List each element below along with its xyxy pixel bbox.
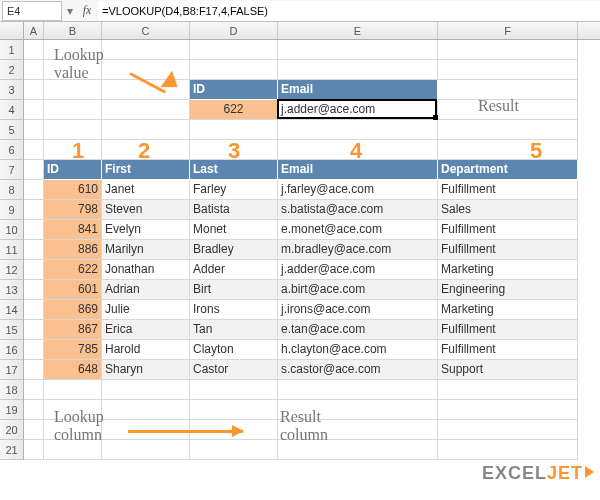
cell-C5[interactable]	[102, 120, 190, 140]
cell-D19[interactable]	[190, 400, 278, 420]
cell-D21[interactable]	[190, 440, 278, 460]
select-all-corner[interactable]	[0, 22, 24, 39]
col-header-B[interactable]: B	[44, 22, 102, 39]
col-header-A[interactable]: A	[24, 22, 44, 39]
cell-A2[interactable]	[24, 60, 44, 80]
cell-A18[interactable]	[24, 380, 44, 400]
row-header-14[interactable]: 14	[0, 300, 24, 320]
cell-C16[interactable]: Harold	[102, 340, 190, 360]
cell-E7[interactable]: Email	[278, 160, 438, 180]
row-header-12[interactable]: 12	[0, 260, 24, 280]
cell-D15[interactable]: Tan	[190, 320, 278, 340]
cell-D5[interactable]	[190, 120, 278, 140]
row-header-15[interactable]: 15	[0, 320, 24, 340]
cell-C10[interactable]: Evelyn	[102, 220, 190, 240]
cell-F18[interactable]	[438, 380, 578, 400]
row-header-16[interactable]: 16	[0, 340, 24, 360]
cell-B12[interactable]: 622	[44, 260, 102, 280]
cell-F1[interactable]	[438, 40, 578, 60]
cell-F15[interactable]: Fulfillment	[438, 320, 578, 340]
cell-E10[interactable]: e.monet@ace.com	[278, 220, 438, 240]
row-header-19[interactable]: 19	[0, 400, 24, 420]
cell-C1[interactable]	[102, 40, 190, 60]
cell-E8[interactable]: j.farley@ace.com	[278, 180, 438, 200]
cell-B10[interactable]: 841	[44, 220, 102, 240]
cell-A13[interactable]	[24, 280, 44, 300]
formula-input[interactable]	[98, 1, 600, 21]
cell-E6[interactable]	[278, 140, 438, 160]
name-box-dropdown-icon[interactable]: ▾	[64, 4, 76, 18]
cell-A10[interactable]	[24, 220, 44, 240]
cell-E3[interactable]: Email	[278, 80, 438, 100]
cell-D10[interactable]: Monet	[190, 220, 278, 240]
cell-B15[interactable]: 867	[44, 320, 102, 340]
cell-D7[interactable]: Last	[190, 160, 278, 180]
cell-C17[interactable]: Sharyn	[102, 360, 190, 380]
row-header-10[interactable]: 10	[0, 220, 24, 240]
cell-A17[interactable]	[24, 360, 44, 380]
cell-A16[interactable]	[24, 340, 44, 360]
row-header-3[interactable]: 3	[0, 80, 24, 100]
row-header-18[interactable]: 18	[0, 380, 24, 400]
cell-C15[interactable]: Erica	[102, 320, 190, 340]
cell-D16[interactable]: Clayton	[190, 340, 278, 360]
cell-D17[interactable]: Castor	[190, 360, 278, 380]
cell-A4[interactable]	[24, 100, 44, 120]
cell-A1[interactable]	[24, 40, 44, 60]
cell-B21[interactable]	[44, 440, 102, 460]
cell-A6[interactable]	[24, 140, 44, 160]
col-header-F[interactable]: F	[438, 22, 578, 39]
cell-E2[interactable]	[278, 60, 438, 80]
row-header-13[interactable]: 13	[0, 280, 24, 300]
insert-function-icon[interactable]	[76, 1, 98, 21]
cell-F8[interactable]: Fulfillment	[438, 180, 578, 200]
cell-B16[interactable]: 785	[44, 340, 102, 360]
cell-B13[interactable]: 601	[44, 280, 102, 300]
cell-B11[interactable]: 886	[44, 240, 102, 260]
cell-F16[interactable]: Fulfillment	[438, 340, 578, 360]
cell-B7[interactable]: ID	[44, 160, 102, 180]
cell-C18[interactable]	[102, 380, 190, 400]
cell-D13[interactable]: Birt	[190, 280, 278, 300]
row-header-17[interactable]: 17	[0, 360, 24, 380]
cell-B20[interactable]	[44, 420, 102, 440]
row-header-6[interactable]: 6	[0, 140, 24, 160]
cell-A9[interactable]	[24, 200, 44, 220]
cell-A14[interactable]	[24, 300, 44, 320]
cell-A21[interactable]	[24, 440, 44, 460]
cell-E5[interactable]	[278, 120, 438, 140]
cell-E16[interactable]: h.clayton@ace.com	[278, 340, 438, 360]
cell-D3[interactable]: ID	[190, 80, 278, 100]
cell-D4[interactable]: 622	[190, 100, 278, 120]
cell-F21[interactable]	[438, 440, 578, 460]
cell-C12[interactable]: Jonathan	[102, 260, 190, 280]
cell-C6[interactable]	[102, 140, 190, 160]
row-header-4[interactable]: 4	[0, 100, 24, 120]
cell-F17[interactable]: Support	[438, 360, 578, 380]
cell-B2[interactable]	[44, 60, 102, 80]
cell-E20[interactable]	[278, 420, 438, 440]
cell-A11[interactable]	[24, 240, 44, 260]
cell-D9[interactable]: Batista	[190, 200, 278, 220]
cell-D14[interactable]: Irons	[190, 300, 278, 320]
cell-E9[interactable]: s.batista@ace.com	[278, 200, 438, 220]
cell-D1[interactable]	[190, 40, 278, 60]
cell-B19[interactable]	[44, 400, 102, 420]
cell-C13[interactable]: Adrian	[102, 280, 190, 300]
cell-E4[interactable]: j.adder@ace.com	[278, 100, 438, 120]
cell-F9[interactable]: Sales	[438, 200, 578, 220]
row-header-7[interactable]: 7	[0, 160, 24, 180]
cell-E11[interactable]: m.bradley@ace.com	[278, 240, 438, 260]
cell-B17[interactable]: 648	[44, 360, 102, 380]
cell-C11[interactable]: Marilyn	[102, 240, 190, 260]
cell-F11[interactable]: Fulfillment	[438, 240, 578, 260]
cell-A20[interactable]	[24, 420, 44, 440]
col-header-D[interactable]: D	[190, 22, 278, 39]
cell-A15[interactable]	[24, 320, 44, 340]
cell-F14[interactable]: Marketing	[438, 300, 578, 320]
cell-B4[interactable]	[44, 100, 102, 120]
cell-D20[interactable]	[190, 420, 278, 440]
cell-B6[interactable]	[44, 140, 102, 160]
row-header-5[interactable]: 5	[0, 120, 24, 140]
cell-D2[interactable]	[190, 60, 278, 80]
